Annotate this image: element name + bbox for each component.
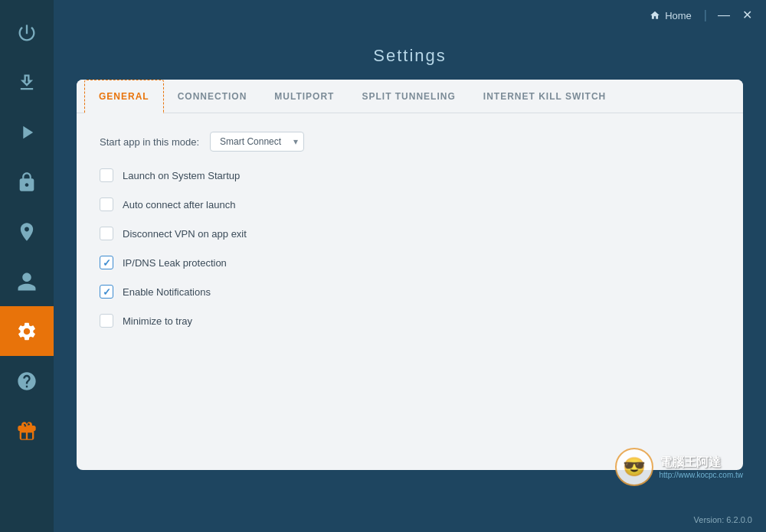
download-icon	[16, 72, 38, 93]
settings-tabs: GENERAL CONNECTION MULTIPORT SPLIT TUNNE…	[77, 80, 743, 113]
titlebar-divider: |	[704, 8, 707, 22]
watermark-emoji: 😎	[623, 456, 646, 478]
checkbox-disconnect-vpn-box[interactable]	[100, 227, 113, 240]
sidebar-item-gift[interactable]	[0, 406, 54, 455]
ip-icon	[16, 221, 38, 243]
start-mode-select[interactable]: Smart Connect Manual	[210, 132, 304, 152]
sidebar-item-settings[interactable]	[0, 306, 54, 356]
play-icon	[16, 122, 38, 143]
titlebar: Home | — ✕	[54, 0, 766, 31]
watermark-text-block: 電腦王阿達 http://www.kocpc.com.tw	[660, 455, 743, 479]
checkbox-notifications-box[interactable]	[100, 285, 113, 299]
start-mode-label: Start app in this mode:	[100, 136, 199, 148]
sidebar-item-help[interactable]	[0, 356, 54, 406]
settings-content: Start app in this mode: Smart Connect Ma…	[77, 113, 743, 361]
checkbox-minimize-tray-label: Minimize to tray	[123, 315, 192, 327]
settings-panel: GENERAL CONNECTION MULTIPORT SPLIT TUNNE…	[77, 80, 743, 470]
sidebar	[0, 0, 54, 532]
home-button[interactable]: Home	[642, 7, 699, 24]
gift-icon	[16, 420, 38, 442]
checkbox-auto-connect-box[interactable]	[100, 197, 113, 211]
checkbox-notifications-label: Enable Notifications	[123, 286, 211, 298]
sidebar-item-play[interactable]	[0, 107, 54, 157]
checkbox-launch-startup: Launch on System Startup	[100, 168, 720, 182]
version-label: Version: 6.2.0.0	[694, 515, 752, 524]
sidebar-item-power[interactable]	[0, 8, 54, 57]
checkbox-launch-startup-box[interactable]	[100, 168, 113, 182]
tab-split-tunneling[interactable]: SPLIT TUNNELING	[348, 80, 469, 113]
watermark-face: 😎	[615, 448, 653, 486]
sidebar-item-lock[interactable]	[0, 157, 54, 207]
power-icon	[16, 22, 38, 44]
tab-general[interactable]: GENERAL	[84, 80, 164, 113]
home-icon	[650, 10, 660, 21]
checkbox-disconnect-vpn: Disconnect VPN on app exit	[100, 227, 720, 240]
checkbox-notifications: Enable Notifications	[100, 285, 720, 299]
watermark-url-text: http://www.kocpc.com.tw	[660, 471, 743, 479]
sidebar-item-user[interactable]	[0, 256, 54, 306]
checkbox-minimize-tray-box[interactable]	[100, 314, 113, 328]
checkbox-auto-connect-label: Auto connect after launch	[123, 199, 235, 211]
minimize-button[interactable]: —	[712, 6, 736, 24]
checkbox-ip-dns-leak-label: IP/DNS Leak protection	[123, 257, 227, 269]
help-icon	[16, 370, 38, 392]
close-button[interactable]: ✕	[736, 6, 758, 24]
checkbox-disconnect-vpn-label: Disconnect VPN on app exit	[123, 228, 247, 240]
user-icon	[16, 271, 38, 292]
checkbox-ip-dns-leak: IP/DNS Leak protection	[100, 256, 720, 269]
settings-icon	[16, 321, 38, 342]
lock-icon	[16, 171, 38, 193]
checkbox-ip-dns-leak-box[interactable]	[100, 256, 113, 269]
watermark-cn-text: 電腦王阿達	[660, 455, 743, 471]
checkbox-launch-startup-label: Launch on System Startup	[123, 170, 240, 181]
checkbox-auto-connect: Auto connect after launch	[100, 197, 720, 211]
start-mode-select-wrapper: Smart Connect Manual	[210, 132, 304, 152]
tab-connection[interactable]: CONNECTION	[164, 80, 261, 113]
tab-multiport[interactable]: MULTIPORT	[260, 80, 348, 113]
checkbox-minimize-tray: Minimize to tray	[100, 314, 720, 328]
sidebar-item-ip[interactable]	[0, 207, 54, 256]
main-content: Settings GENERAL CONNECTION MULTIPORT SP…	[54, 31, 766, 532]
start-mode-row: Start app in this mode: Smart Connect Ma…	[100, 132, 720, 152]
home-label: Home	[665, 10, 692, 21]
tab-kill-switch[interactable]: INTERNET KILL SWITCH	[470, 80, 620, 113]
watermark: 😎 電腦王阿達 http://www.kocpc.com.tw	[615, 448, 743, 486]
sidebar-item-download[interactable]	[0, 57, 54, 107]
page-title: Settings	[373, 46, 447, 66]
